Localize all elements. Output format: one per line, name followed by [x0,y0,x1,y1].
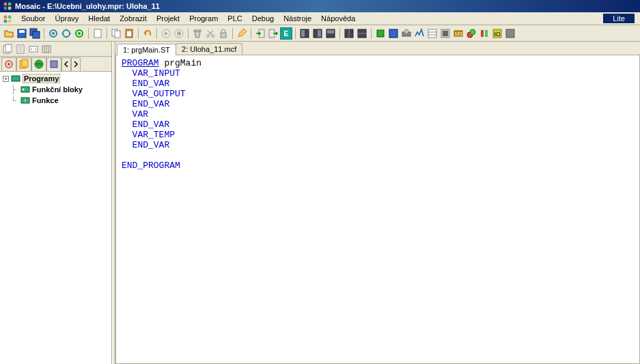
svg-rect-0 [4,3,7,5]
kw-end-var: END_VAR [133,79,170,89]
tool-button-1[interactable] [374,27,387,40]
menu-hledat[interactable]: Hledat [83,13,115,24]
trash-button[interactable] [191,27,204,40]
left-panel: + Programy ├ Funkční bloky └ f Funkce [0,42,112,364]
lite-badge: Lite [603,14,635,23]
svg-rect-43 [377,30,384,37]
svg-text:f: f [25,98,26,103]
left-tool-4[interactable] [40,43,53,55]
menu-zobrazit[interactable]: Zobrazit [115,13,152,24]
editor-tab-1[interactable]: 1: prgMain.ST [117,44,176,55]
left-tab-4[interactable] [46,57,61,71]
editor-area: 1: prgMain.ST 2: Uloha_11.mcf PROGRAM pr… [115,42,640,364]
menu-nastroje[interactable]: Nástroje [279,13,316,24]
left-tab-3[interactable] [31,57,46,71]
tool-button-7[interactable]: 123 [452,27,464,40]
open-button[interactable] [3,27,15,40]
menu-plc[interactable]: PLC [223,13,247,24]
svg-rect-9 [19,30,25,33]
svg-point-66 [35,48,36,50]
svg-rect-44 [389,29,398,38]
tree-item-funkce[interactable]: └ f Funkce [1,95,110,106]
toolbar-sep [107,28,107,39]
left-tab-1[interactable] [1,57,16,71]
code-editor[interactable]: PROGRAM prgMain VAR_INPUT END_VAR VAR_OU… [115,55,640,364]
tree-label: Funkce [32,96,59,104]
block-icon [20,85,30,94]
menu-projekt[interactable]: Projekt [152,13,184,24]
gear-button-3[interactable] [73,27,85,40]
e-mode-button[interactable]: E [280,27,292,40]
record-button[interactable] [173,27,185,40]
svg-text:123: 123 [454,31,462,36]
svg-rect-7 [8,20,11,23]
tool-button-9[interactable] [478,27,490,40]
svg-rect-21 [127,31,131,36]
lock-button[interactable] [217,27,229,40]
svg-rect-38 [327,30,334,33]
panel-button-4[interactable] [343,27,355,40]
out-button[interactable] [267,27,279,40]
svg-point-13 [52,32,55,35]
menu-napoveda[interactable]: Nápověda [316,13,360,24]
panel-button-1[interactable] [298,27,311,40]
left-tab-next[interactable] [71,57,81,71]
cut-button[interactable] [204,27,217,40]
panel-button-2[interactable] [311,27,324,40]
tree-item-programy[interactable]: + Programy [1,73,110,84]
copy-button[interactable] [110,27,122,40]
svg-rect-77 [12,76,20,81]
menu-upravy[interactable]: Úpravy [50,13,83,24]
code-name: prgMain [159,58,201,68]
svg-rect-76 [51,61,57,68]
tool-button-10[interactable]: IO [491,27,503,40]
svg-rect-6 [4,20,7,23]
left-tool-2[interactable] [14,43,27,55]
tool-button-8[interactable] [465,27,477,40]
left-tab-2[interactable] [16,57,31,71]
doc-button[interactable] [92,27,104,40]
tool-button-5[interactable] [426,27,439,40]
tool-button-11[interactable] [504,27,516,40]
app-menu-icon[interactable] [3,14,12,23]
svg-point-79 [23,89,25,91]
kw-var: VAR [133,109,148,120]
play-button[interactable] [160,27,172,40]
editor-tabs: 1: prgMain.ST 2: Uloha_11.mcf [115,42,640,55]
editor-tab-2[interactable]: 2: Uloha_11.mcf [176,43,242,55]
gear-button-2[interactable] [60,27,72,40]
tool-button-3[interactable] [400,27,413,40]
tool-button-2[interactable] [387,27,400,40]
project-tree[interactable]: + Programy ├ Funkční bloky └ f Funkce [0,72,111,364]
svg-rect-2 [4,7,7,10]
menu-soubor[interactable]: Soubor [16,13,50,24]
svg-rect-57 [485,30,488,37]
undo-button[interactable] [141,27,154,40]
panel-button-3[interactable] [324,27,337,40]
save-button[interactable] [16,27,28,40]
svg-point-55 [470,29,475,35]
svg-rect-34 [301,30,305,37]
menu-debug[interactable]: Debug [247,13,279,24]
left-tool-1[interactable] [1,43,14,55]
kw-end-var: END_VAR [133,120,170,130]
left-tab-prev[interactable] [61,57,71,71]
tool-button-6[interactable] [439,27,451,40]
expander-plus-icon[interactable]: + [3,76,9,82]
svg-rect-11 [33,31,40,38]
panel-button-5[interactable] [356,27,368,40]
svg-point-46 [404,29,408,33]
svg-rect-62 [5,44,12,52]
tree-item-funkcni-bloky[interactable]: ├ Funkční bloky [1,84,110,95]
left-tool-3[interactable] [27,43,40,55]
tool-button-4[interactable] [413,27,426,40]
menu-program[interactable]: Program [184,13,223,24]
paste-button[interactable] [123,27,135,40]
title-bar: Mosaic - E:\Ucebni_ulohy.mpr: Uloha_11 [0,0,640,12]
in-button[interactable] [254,27,266,40]
save-all-button[interactable] [29,27,41,40]
svg-rect-17 [94,29,101,38]
pencil-button[interactable] [236,27,248,40]
svg-rect-19 [115,31,120,38]
gear-button-1[interactable] [47,27,59,40]
